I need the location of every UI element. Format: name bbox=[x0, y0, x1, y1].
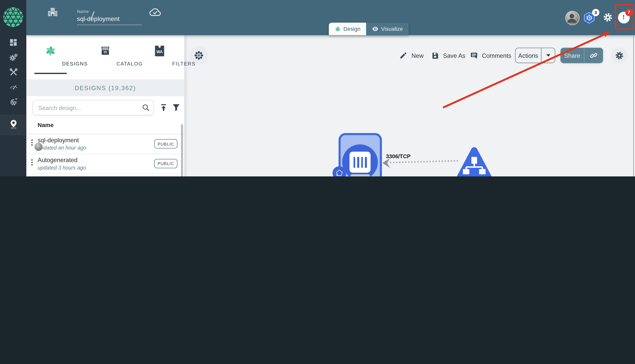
pencil-icon bbox=[399, 51, 408, 60]
row-menu-icon[interactable] bbox=[31, 159, 34, 166]
user-avatar[interactable] bbox=[565, 11, 579, 25]
svg-text:WA: WA bbox=[156, 50, 162, 54]
sidebar-item-configuration[interactable] bbox=[9, 68, 18, 76]
save-as-button[interactable]: Save As bbox=[431, 48, 465, 62]
design-list: sql-deployment updated an hour ago PUBLI… bbox=[26, 134, 184, 176]
sidebar-item-extensions[interactable] bbox=[9, 97, 18, 106]
design-swirl-icon bbox=[45, 45, 57, 57]
import-design-button[interactable] bbox=[159, 103, 169, 112]
catalog-archive-icon bbox=[100, 45, 111, 57]
save-icon bbox=[431, 51, 439, 60]
edge-port-label: 3306/TCP bbox=[386, 153, 410, 159]
design-updated: updated an hour ago bbox=[38, 145, 86, 151]
link-icon bbox=[589, 51, 598, 60]
panel-section-title: DESIGNS (19,362) bbox=[26, 79, 184, 96]
tools-icon bbox=[9, 68, 18, 77]
panel-scrollbar[interactable] bbox=[181, 124, 183, 176]
deployment-icon bbox=[349, 152, 370, 173]
cloud-saved-icon bbox=[149, 7, 161, 18]
app-sidebar: ? v0.7.78 bbox=[0, 0, 26, 176]
extensions-mesh-icon bbox=[9, 97, 19, 107]
avatar-photo bbox=[565, 11, 579, 25]
design-name: Design With Validation Errors bbox=[38, 176, 117, 176]
designs-panel: DESIGNS CATALOG WA bbox=[26, 35, 184, 176]
kubernetes-context-button[interactable]: 3 bbox=[583, 12, 595, 24]
design-name-label: Name bbox=[77, 9, 89, 14]
gear-icon bbox=[603, 12, 613, 23]
save-as-label: Save As bbox=[443, 52, 465, 59]
share-label: Share bbox=[560, 52, 584, 59]
tab-visualize-mode[interactable]: Visualize bbox=[366, 23, 408, 35]
design-search[interactable] bbox=[32, 100, 154, 115]
funnel-icon bbox=[171, 103, 181, 112]
upload-icon bbox=[159, 103, 169, 112]
mesh-icon bbox=[193, 50, 204, 61]
gears-icon bbox=[9, 52, 18, 62]
search-input[interactable] bbox=[38, 100, 141, 115]
kubernetes-context-count-badge: 3 bbox=[592, 9, 599, 16]
organization-icon[interactable] bbox=[47, 6, 59, 18]
meshery-app-window: 3306/TCP mysql wordpress-mysql wordpress… bbox=[0, 0, 635, 176]
new-label: New bbox=[411, 52, 424, 59]
node-wordpress-mysql-service[interactable] bbox=[456, 146, 493, 176]
design-updated: updated 3 hours ago bbox=[38, 164, 86, 170]
design-name: sql-deployment bbox=[38, 136, 79, 144]
active-tab-underline bbox=[34, 73, 67, 74]
design-name-input[interactable] bbox=[77, 15, 142, 25]
mode-tabs: Design Visualize bbox=[329, 23, 408, 35]
visibility-badge: PUBLIC bbox=[154, 159, 177, 168]
deployment-circle bbox=[342, 144, 378, 176]
container-label: mysql bbox=[350, 174, 370, 176]
chevron-down-icon bbox=[546, 54, 550, 56]
filter-list-button[interactable] bbox=[171, 103, 181, 112]
tab-visualize-label: Visualize bbox=[381, 26, 403, 32]
comments-button[interactable]: Comments bbox=[470, 48, 511, 62]
tab-catalog[interactable]: CATALOG bbox=[81, 35, 130, 76]
share-button[interactable]: Share bbox=[560, 48, 603, 63]
sidebar-item-lifecycle[interactable] bbox=[9, 52, 18, 61]
tab-design-label: Design bbox=[343, 26, 361, 32]
meshery-logo[interactable] bbox=[3, 7, 23, 28]
actions-dropdown-button[interactable] bbox=[541, 54, 555, 56]
sidebar-item-performance[interactable] bbox=[9, 82, 18, 90]
row-menu-icon[interactable] bbox=[31, 140, 34, 146]
new-design-button[interactable]: New bbox=[399, 48, 424, 62]
window-scrollbar[interactable] bbox=[633, 36, 634, 176]
sidebar-item-kanvas[interactable] bbox=[9, 119, 18, 128]
search-icon[interactable] bbox=[141, 103, 150, 112]
design-list-item[interactable]: Design With Validation Errors updated 9 … bbox=[26, 174, 184, 176]
design-owner-avatar bbox=[34, 142, 43, 151]
settings-button[interactable] bbox=[603, 12, 613, 23]
speedometer-icon bbox=[9, 82, 19, 92]
design-name: Autogenerated bbox=[38, 156, 78, 163]
design-swirl-icon bbox=[334, 26, 341, 32]
tab-design-mode[interactable]: Design bbox=[329, 23, 366, 35]
copy-link-button[interactable] bbox=[584, 51, 603, 60]
gear-icon bbox=[614, 51, 624, 60]
column-header-name: Name bbox=[38, 122, 54, 128]
wasm-filters-icon: WA bbox=[154, 45, 165, 57]
tab-designs[interactable]: DESIGNS bbox=[26, 35, 75, 76]
location-pin-icon bbox=[9, 119, 18, 129]
notifications-button[interactable]: ! 7 bbox=[618, 12, 629, 23]
actions-button[interactable]: Actions bbox=[515, 48, 555, 63]
visibility-badge: PUBLIC bbox=[154, 139, 177, 148]
dashboard-icon bbox=[9, 38, 18, 47]
actions-label: Actions bbox=[515, 52, 541, 59]
design-list-item[interactable]: sql-deployment updated an hour ago PUBLI… bbox=[26, 134, 184, 154]
comment-icon bbox=[470, 51, 478, 60]
design-list-item[interactable]: Autogenerated updated 3 hours ago PUBLIC bbox=[26, 154, 184, 174]
notification-count-badge: 7 bbox=[625, 8, 633, 16]
sidebar-item-dashboard[interactable] bbox=[9, 38, 18, 47]
eye-icon bbox=[372, 26, 379, 32]
canvas-settings-button[interactable] bbox=[611, 47, 627, 64]
tab-filters-label: FILTERS bbox=[160, 61, 208, 67]
tab-filters[interactable]: WA FILTERS bbox=[135, 35, 184, 76]
comments-label: Comments bbox=[482, 52, 511, 59]
